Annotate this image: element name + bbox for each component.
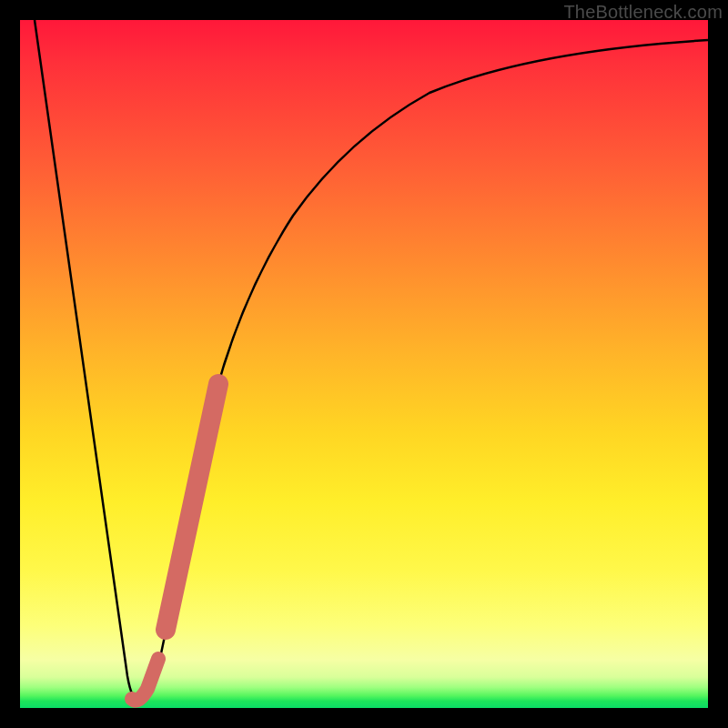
watermark-text: TheBottleneck.com (563, 2, 723, 23)
curve-layer (20, 20, 708, 708)
highlight-segment (166, 384, 218, 630)
bottleneck-curve (35, 20, 708, 701)
chart-frame: TheBottleneck.com (0, 0, 728, 728)
highlight-hook (132, 659, 158, 701)
plot-area (20, 20, 708, 708)
